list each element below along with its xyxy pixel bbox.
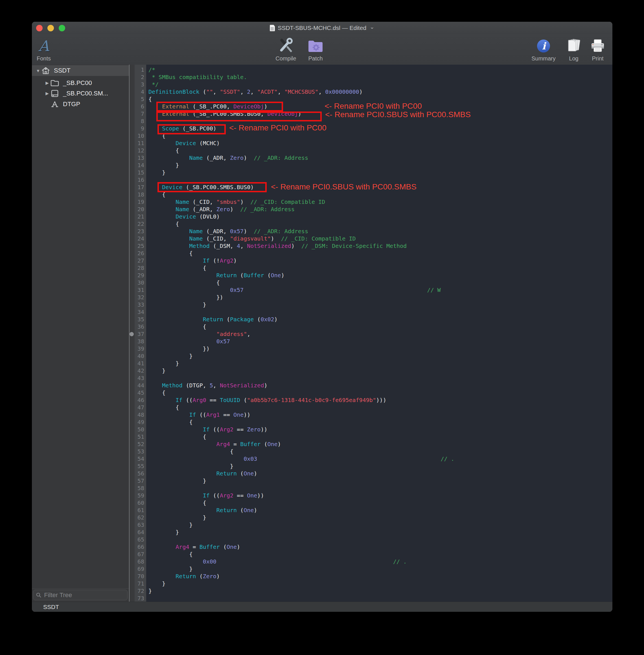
folder-icon bbox=[50, 78, 60, 88]
sidebar-item--sb-pc00-sm-[interactable]: ▶_SB.PC00.SM... bbox=[32, 88, 129, 99]
log-label: Log bbox=[569, 55, 578, 63]
code-line[interactable]: DefinitionBlock ("", "SSDT", 2, "ACDT", … bbox=[148, 88, 613, 95]
code-line[interactable] bbox=[148, 176, 613, 183]
code-line[interactable] bbox=[148, 484, 613, 492]
sidebar-item-dtgp[interactable]: DTGP bbox=[32, 99, 129, 110]
code-line[interactable]: } bbox=[148, 352, 613, 360]
code-line[interactable]: 0x57 bbox=[148, 338, 613, 345]
sidebar-item-ssdt[interactable]: ▼SSDT bbox=[32, 65, 129, 76]
code-area[interactable]: /* * SMBus compatibility table. */Defini… bbox=[146, 66, 613, 602]
code-line[interactable]: Name (_CID, "smbus") // _CID: Compatible… bbox=[148, 198, 613, 206]
code-line[interactable]: If ((Arg2 == Zero)) bbox=[148, 426, 613, 433]
code-line[interactable]: Device (DVL0) bbox=[148, 213, 613, 220]
fonts-button[interactable]: AFonts bbox=[32, 35, 55, 63]
code-line[interactable]: Device (MCHC) bbox=[148, 139, 613, 147]
code-line[interactable]: Name (_ADR, Zero) // _ADR: Address bbox=[148, 206, 613, 213]
code-line[interactable]: { bbox=[148, 95, 613, 103]
code-line[interactable]: Return (Zero) bbox=[148, 572, 613, 580]
code-line[interactable]: Return (Buffer (One) bbox=[148, 272, 613, 279]
code-line[interactable]: 0x03 // . bbox=[148, 455, 613, 462]
code-line[interactable]: Name (_ADR, Zero) // _ADR: Address bbox=[148, 154, 613, 161]
window-title: SSDT-SBUS-MCHC.dsl — Edited bbox=[278, 25, 366, 31]
code-line[interactable]: } bbox=[148, 521, 613, 528]
code-line[interactable]: } bbox=[148, 477, 613, 484]
code-line[interactable]: External (_SB_.PC00, DeviceObj) bbox=[148, 103, 613, 110]
code-line[interactable]: Return (One) bbox=[148, 506, 613, 514]
code-line[interactable]: If ((Arg0 == ToUUID ("a0b5b7c6-1318-441c… bbox=[148, 397, 613, 404]
print-icon bbox=[590, 39, 606, 53]
code-line[interactable]: { bbox=[148, 147, 613, 154]
sidebar-item--sb-pc00[interactable]: ▶_SB.PC00 bbox=[32, 77, 129, 88]
code-line[interactable] bbox=[148, 308, 613, 316]
title-chevron-icon[interactable]: ⌄ bbox=[370, 23, 374, 30]
code-line[interactable]: External (_SB_.PC00.SMBS.BUS0, DeviceObj… bbox=[148, 110, 613, 117]
code-line[interactable]: }) bbox=[148, 294, 613, 301]
code-line[interactable] bbox=[148, 594, 613, 602]
code-line[interactable]: Device (_SB.PC00.SMBS.BUS0) bbox=[148, 183, 613, 191]
patch-button[interactable]: Patch bbox=[301, 35, 330, 63]
code-line[interactable]: { bbox=[148, 433, 613, 441]
sidebar: ▼SSDT▶_SB.PC00▶_SB.PC00.SM...DTGP bbox=[32, 65, 129, 602]
code-line[interactable]: { bbox=[148, 448, 613, 455]
code-line[interactable]: { bbox=[148, 132, 613, 139]
code-line[interactable]: { bbox=[148, 323, 613, 330]
code-line[interactable]: } bbox=[148, 301, 613, 308]
code-line[interactable]: */ bbox=[148, 81, 613, 88]
compile-button[interactable]: Compile bbox=[270, 35, 301, 63]
code-line[interactable]: * SMBus compatibility table. bbox=[148, 73, 613, 81]
code-line[interactable]: { bbox=[148, 499, 613, 506]
code-line[interactable]: Arg4 = Buffer (One) bbox=[148, 543, 613, 550]
summary-info-icon: i bbox=[536, 39, 551, 53]
code-line[interactable]: } bbox=[148, 587, 613, 594]
code-line[interactable]: 0x57 // W bbox=[148, 286, 613, 294]
code-line[interactable] bbox=[148, 536, 613, 543]
code-editor[interactable]: 1234567891011121314151617181920212223242… bbox=[129, 65, 613, 602]
patch-folder-icon bbox=[307, 39, 324, 53]
code-line[interactable]: { bbox=[148, 220, 613, 228]
code-line[interactable]: Arg4 = Buffer (One) bbox=[148, 441, 613, 448]
code-line[interactable]: } bbox=[148, 514, 613, 521]
code-line[interactable]: Name (_CID, "diagsvault") // _CID: Compa… bbox=[148, 235, 613, 242]
code-line[interactable]: } bbox=[148, 367, 613, 375]
code-line[interactable]: If ((Arg1 == One)) bbox=[148, 411, 613, 419]
print-button[interactable]: Print bbox=[586, 35, 609, 63]
code-line[interactable]: { bbox=[148, 191, 613, 198]
code-line[interactable]: 0x00 // . bbox=[148, 558, 613, 565]
code-line[interactable]: If (!Arg2) bbox=[148, 257, 613, 264]
tree-item-label: DTGP bbox=[63, 100, 80, 108]
code-line[interactable]: Method (DTGP, 5, NotSerialized) bbox=[148, 382, 613, 389]
code-line[interactable]: Return (Package (0x02) bbox=[148, 316, 613, 323]
summary-button[interactable]: iSummary bbox=[529, 35, 558, 63]
code-line[interactable]: { bbox=[148, 550, 613, 558]
code-line[interactable]: If ((Arg2 == One)) bbox=[148, 492, 613, 499]
code-line[interactable]: Name (_ADR, 0x57) // _ADR: Address bbox=[148, 228, 613, 235]
log-button[interactable]: Log bbox=[562, 35, 585, 63]
disclosure-triangle-icon[interactable]: ▶ bbox=[44, 81, 50, 86]
code-line[interactable]: Scope (_SB.PC00) bbox=[148, 125, 613, 132]
code-line[interactable]: /* bbox=[148, 66, 613, 73]
code-line[interactable]: } bbox=[148, 565, 613, 572]
titlebar[interactable]: SSDT-SBUS-MCHC.dsl — Edited ⌄ bbox=[32, 22, 613, 34]
code-line[interactable]: } bbox=[148, 161, 613, 169]
code-line[interactable]: { bbox=[148, 404, 613, 411]
code-line[interactable]: { bbox=[148, 279, 613, 286]
filter-field[interactable] bbox=[33, 590, 128, 600]
code-line[interactable]: } bbox=[148, 528, 613, 536]
code-line[interactable]: { bbox=[148, 389, 613, 397]
code-line[interactable]: } bbox=[148, 360, 613, 367]
code-line[interactable]: } bbox=[148, 169, 613, 176]
code-line[interactable]: { bbox=[148, 264, 613, 272]
code-line[interactable]: Method (_DSM, 4, NotSerialized) // _DSM:… bbox=[148, 242, 613, 250]
code-line[interactable]: } bbox=[148, 580, 613, 587]
code-line[interactable]: { bbox=[148, 250, 613, 257]
code-line[interactable]: } bbox=[148, 462, 613, 470]
code-line[interactable] bbox=[148, 375, 613, 382]
disclosure-triangle-icon[interactable]: ▼ bbox=[35, 68, 41, 73]
filter-input[interactable] bbox=[43, 591, 124, 599]
code-line[interactable]: Return (One) bbox=[148, 470, 613, 477]
disclosure-triangle-icon[interactable]: ▶ bbox=[44, 91, 50, 96]
code-line[interactable]: "address", bbox=[148, 330, 613, 338]
code-line[interactable] bbox=[148, 117, 613, 125]
code-line[interactable]: }) bbox=[148, 345, 613, 352]
code-line[interactable]: { bbox=[148, 419, 613, 426]
